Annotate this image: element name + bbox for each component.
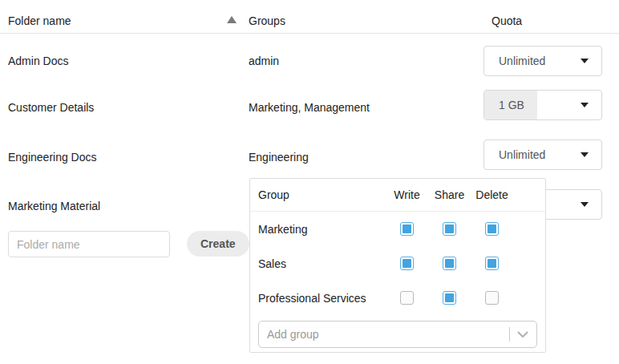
add-group-placeholder: Add group [267,328,319,341]
group-name-label: Sales [250,257,386,270]
delete-checkbox[interactable] [485,222,499,236]
group-name-label: Professional Services [250,292,386,305]
popup-group-row: Sales [250,246,545,281]
folder-name-label: Marketing Material [8,200,100,212]
column-header-groups[interactable]: Groups [249,14,285,27]
write-checkbox[interactable] [400,257,414,270]
folder-name-label: Admin Docs [8,55,68,67]
share-checkbox[interactable] [443,291,456,305]
folder-groups-label: Engineering [249,151,309,164]
checkbox-check-mark [403,224,411,233]
group-name-label: Marketing [250,223,386,236]
folder-name-label: Customer Details [8,101,94,114]
folder-name-label: Engineering Docs [8,151,97,164]
quota-select[interactable]: Unlimited [483,46,602,76]
checkbox-check-mark [445,259,454,268]
quota-select[interactable]: Unlimited [483,140,602,170]
header-divider [0,33,619,34]
group-folders-admin-page: Folder name Groups Quota Admin Docs admi… [0,0,619,364]
popup-header-row: Group Write Share Delete [250,179,545,212]
column-header-quota[interactable]: Quota [492,14,522,27]
popup-group-row: Professional Services [250,281,545,315]
checkbox-check-mark [488,259,496,268]
folder-groups-label: admin [249,55,279,67]
new-folder-name-input[interactable] [8,231,170,257]
write-checkbox[interactable] [400,291,414,305]
quota-select[interactable]: 1 GB [483,90,602,120]
delete-checkbox[interactable] [485,291,499,305]
popup-column-group: Group [250,188,386,201]
delete-checkbox[interactable] [485,257,499,270]
caret-down-icon [581,202,589,207]
caret-down-icon [581,152,589,157]
checkbox-check-mark [403,259,411,268]
popup-column-delete: Delete [471,188,513,201]
checkbox-check-mark [488,224,496,233]
folder-groups-label: Marketing, Management [249,101,370,114]
sort-ascending-icon[interactable] [227,16,237,23]
caret-down-icon [581,59,589,63]
caret-down-icon [581,103,589,107]
checkbox-check-mark [445,224,454,233]
group-permissions-popup: Group Write Share Delete Marketing Sales… [249,178,546,353]
checkbox-check-mark [445,293,454,302]
popup-column-share: Share [428,188,471,201]
chevron-down-icon[interactable] [509,322,536,347]
add-group-select[interactable]: Add group [258,321,537,348]
quota-value: Unlimited [499,148,545,161]
create-folder-button[interactable]: Create [187,231,249,257]
column-header-folder-name[interactable]: Folder name [8,14,71,27]
share-checkbox[interactable] [443,257,456,270]
write-checkbox[interactable] [400,222,414,236]
popup-column-write: Write [386,188,428,201]
quota-value: 1 GB [499,99,524,111]
popup-group-row: Marketing [250,212,545,246]
share-checkbox[interactable] [443,222,456,236]
quota-value: Unlimited [499,55,545,67]
